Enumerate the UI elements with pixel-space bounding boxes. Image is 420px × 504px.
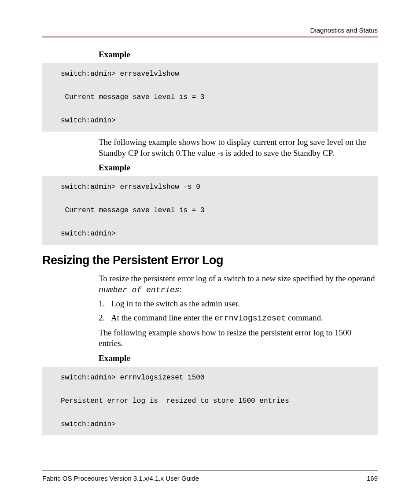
code-block: switch:admin> errsavelvlshow Current mes… [42,63,378,132]
footer-page-number: 169 [367,475,378,482]
paragraph: The following example shows how to displ… [99,137,378,158]
list-item: 1. Log in to the switch as the admin use… [99,297,378,310]
page-footer: Fabric OS Procedures Version 3.1.x/4.1.x… [42,471,378,482]
text-run: command. [286,313,323,322]
footer-guide-title: Fabric OS Procedures Version 3.1.x/4.1.x… [42,475,199,482]
document-page: Diagnostics and Status Example switch:ad… [0,0,420,504]
content-block-2: The following example shows how to displ… [99,137,378,173]
example-label: Example [99,163,378,173]
paragraph: To resize the persistent error log of a … [99,273,378,295]
footer-row: Fabric OS Procedures Version 3.1.x/4.1.x… [42,475,378,482]
content-block-3: To resize the persistent error log of a … [99,273,378,363]
example-label: Example [99,50,378,59]
footer-rule [42,471,378,471]
list-number: 1. [99,297,111,310]
code-operand: number_of_entries [99,286,180,294]
code-block: switch:admin> errnvlogsizeset 1500 Persi… [42,367,378,435]
code-command: errnvlogsizeset [214,314,286,323]
text-run: : [180,285,182,294]
code-block: switch:admin> errsavelvlshow -s 0 Curren… [42,176,378,245]
list-text: Log in to the switch as the admin user. [111,297,240,310]
example-label: Example [99,353,378,363]
header-section-title: Diagnostics and Status [310,26,378,34]
content-block-1: Example [99,50,378,59]
paragraph: The following example shows how to resiz… [99,327,378,349]
list-text: At the command line enter the errnvlogsi… [111,311,323,325]
header-rule [42,37,378,37]
list-number: 2. [99,311,111,325]
section-heading: Resizing the Persistent Error Log [42,254,378,267]
text-run: At the command line enter the [111,313,214,322]
page-header-section: Diagnostics and Status [42,26,378,37]
list-item: 2. At the command line enter the errnvlo… [99,311,378,325]
text-run: To resize the persistent error log of a … [99,274,375,283]
